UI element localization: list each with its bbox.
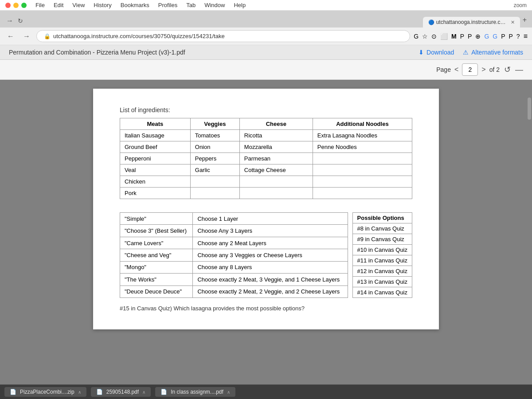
minimize-window-btn[interactable]: [13, 3, 19, 8]
address-bar[interactable]: 🔒 utchattanooga.instructure.com/courses/…: [36, 30, 410, 42]
pdf-refresh-button[interactable]: ↺: [504, 65, 511, 74]
noodle-empty2: [313, 164, 412, 176]
bookmark-star-icon[interactable]: ☆: [422, 33, 428, 40]
extension-icon-p2[interactable]: P: [468, 33, 472, 40]
address-text: utchattanooga.instructure.com/courses/30…: [53, 33, 225, 39]
back-button[interactable]: →: [4, 16, 16, 26]
meat-5: Chicken: [120, 176, 191, 188]
download-label: Download: [426, 49, 454, 56]
pizza-row: "Deuce Deuce Deuce"Choose exactly 2 Meat…: [120, 286, 348, 297]
extension-icon-g[interactable]: G: [484, 33, 489, 40]
menu-icon[interactable]: ≡: [524, 32, 528, 40]
pizza-name: "Deuce Deuce Deuce": [120, 286, 193, 297]
pizza-row: "Carne Lovers"Choose any 2 Meat Layers: [120, 237, 348, 249]
download-item-pdf[interactable]: 📄 25905148.pdf ∧: [91, 387, 151, 397]
veggie-2: Onion: [190, 141, 239, 153]
menu-help[interactable]: Help: [234, 2, 246, 8]
active-tab[interactable]: 🔵 utchattanooga.instructure.com ✕: [423, 17, 520, 27]
zip-icon: 📄: [10, 389, 16, 395]
meat-1: Italian Sausage: [120, 130, 191, 141]
table-row: Italian Sausage Tomatoes Ricotta Extra L…: [120, 130, 412, 141]
browser-toolbar: ← → 🔒 utchattanooga.instructure.com/cour…: [0, 27, 532, 45]
extension-icon-1[interactable]: ⊙: [431, 33, 437, 40]
col-header-meats: Meats: [120, 118, 191, 130]
veggie-empty1: [190, 176, 239, 188]
bottom-bar: 📄 PizzaPlaceCombi....zip ∧ 📄 25905148.pd…: [0, 384, 532, 399]
page-total: of 2: [489, 66, 500, 73]
extension-icon-p4[interactable]: P: [509, 33, 513, 40]
back-nav-button[interactable]: ←: [4, 31, 17, 41]
option-value: #10 in Canvas Quiz: [352, 245, 412, 255]
forward-nav-button[interactable]: →: [20, 31, 33, 41]
meat-2: Ground Beef: [120, 141, 191, 153]
new-tab-button[interactable]: +: [521, 14, 528, 26]
col-header-veggies: Veggies: [190, 118, 239, 130]
menu-history[interactable]: History: [94, 2, 111, 8]
assign-icon: 📄: [160, 389, 167, 395]
pizza-description: Choose exactly 2 Meat, 2 Veggie, and 2 C…: [193, 286, 348, 297]
menu-bookmarks[interactable]: Bookmarks: [121, 2, 149, 8]
question-text: #15 in Canvas Quiz) Which lasagna provid…: [120, 305, 412, 312]
download-button[interactable]: ⬇ Download: [419, 49, 454, 56]
close-window-btn[interactable]: [5, 3, 11, 8]
menu-window[interactable]: Window: [204, 2, 225, 8]
pizza-name: "Cheese and Veg": [120, 249, 193, 261]
col-header-noodles: Additional Noodles: [313, 118, 412, 130]
option-row: #13 in Canvas Quiz: [352, 277, 412, 287]
zip-chevron[interactable]: ∧: [78, 390, 81, 395]
page-number-input[interactable]: [462, 63, 478, 76]
extension-icon-g2[interactable]: G: [493, 33, 497, 40]
cheese-empty2: [239, 188, 313, 199]
cheese-4: Cottage Cheese: [239, 164, 313, 176]
pizza-description: Choose any 3 Veggies or Cheese Layers: [193, 249, 348, 261]
page-navigation: Page < > of 2: [436, 63, 500, 76]
meat-3: Pepperoni: [120, 153, 191, 164]
list-label: List of ingredients:: [120, 106, 412, 113]
ingredients-table: Meats Veggies Cheese Additional Noodles …: [120, 118, 412, 199]
scrollbar[interactable]: [528, 98, 531, 120]
extension-icon-p[interactable]: P: [460, 33, 464, 40]
noodle-empty3: [313, 176, 412, 188]
extension-icon-m[interactable]: M: [451, 33, 457, 40]
maximize-window-btn[interactable]: [21, 3, 27, 8]
tab-close-button[interactable]: ✕: [511, 20, 515, 25]
extension-icon-w[interactable]: ⊕: [475, 33, 481, 40]
prev-page-button[interactable]: <: [454, 66, 458, 74]
warning-icon: ⚠: [463, 49, 469, 56]
alternative-formats-button[interactable]: ⚠ Alternative formats: [463, 49, 523, 56]
google-icon[interactable]: G: [414, 33, 419, 40]
pizza-description: Choose exactly 2 Meat, 3 Veggie, and 1 C…: [193, 274, 348, 286]
cheese-3: Parmesan: [239, 153, 313, 164]
menu-edit[interactable]: Edit: [54, 2, 63, 8]
pizza-types-table: "Simple"Choose 1 Layer"Choose 3" (Best S…: [120, 212, 348, 298]
extension-icon-p3[interactable]: P: [501, 33, 505, 40]
menu-file[interactable]: File: [35, 2, 45, 8]
option-row: #12 in Canvas Quiz: [352, 266, 412, 277]
pdf-chevron[interactable]: ∧: [142, 390, 145, 395]
pdf-toolbar: Page < > of 2 ↺ —: [0, 60, 532, 80]
browser-tabs: → ↻ 🔵 utchattanooga.instructure.com ✕ +: [0, 11, 532, 27]
table-row: Chicken: [120, 176, 412, 188]
assign-chevron[interactable]: ∧: [227, 390, 230, 395]
pdf-expand-button[interactable]: —: [515, 65, 523, 74]
next-page-button[interactable]: >: [481, 66, 485, 74]
pizza-options-table: Possible Options #8 in Canvas Quiz#9 in …: [352, 212, 412, 298]
extension-icon-2[interactable]: ⬜: [440, 33, 448, 40]
menu-profiles[interactable]: Profiles: [158, 2, 177, 8]
menu-tab[interactable]: Tab: [186, 2, 196, 8]
option-row: #8 in Canvas Quiz: [352, 223, 412, 234]
download-item-zip[interactable]: 📄 PizzaPlaceCombi....zip ∧: [4, 387, 86, 397]
download-item-assign[interactable]: 📄 In class assignm....pdf ∧: [155, 387, 235, 397]
noodle-2: Penne Noodles: [313, 141, 412, 153]
refresh-button[interactable]: ↻: [18, 17, 23, 24]
assign-label: In class assignm....pdf: [171, 389, 223, 395]
menu-view[interactable]: View: [72, 2, 85, 8]
pizza-name: "Simple": [120, 213, 193, 225]
pizza-name: "Carne Lovers": [120, 237, 193, 249]
noodle-empty4: [313, 188, 412, 199]
extension-icon-q[interactable]: ?: [516, 33, 520, 40]
option-row: #9 in Canvas Quiz: [352, 234, 412, 245]
option-value: #14 in Canvas Quiz: [352, 287, 412, 298]
pizza-name: "The Works": [120, 274, 193, 286]
noodle-1: Extra Lasagna Noodles: [313, 130, 412, 141]
